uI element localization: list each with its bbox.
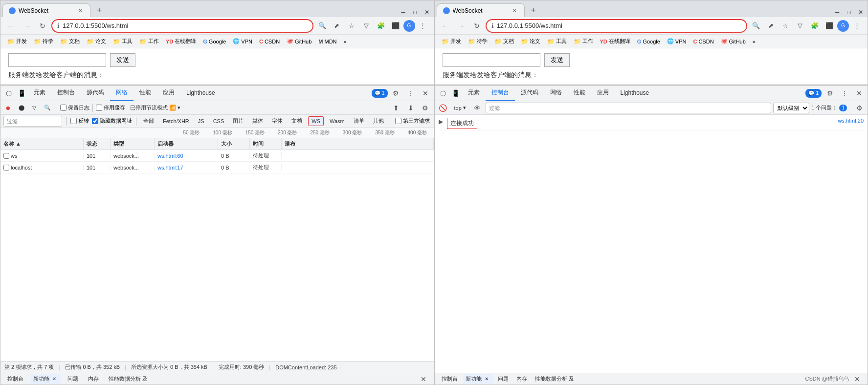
right-send-tab-btn[interactable]: ⬈ [764, 19, 778, 33]
right-search-icon-btn[interactable]: 🔍 [749, 19, 763, 33]
left-type-fetch[interactable]: Fetch/XHR [160, 116, 192, 126]
left-type-wasm[interactable]: Wasm [327, 116, 348, 126]
left-disable-cache-input[interactable] [96, 105, 102, 111]
right-devtools-more-btn[interactable]: ⋮ [838, 87, 851, 100]
left-devtools-tab-application[interactable]: 应用 [157, 86, 180, 101]
left-invert-input[interactable] [70, 118, 77, 124]
right-bottom-perf-tab[interactable]: 性能数据分析 及 [532, 374, 577, 384]
left-send-button[interactable]: 发送 [110, 53, 135, 67]
right-minimize-button[interactable]: ─ [832, 7, 842, 17]
left-refresh-button[interactable]: ↻ [36, 19, 49, 33]
left-invert-check[interactable]: 反转 [70, 117, 89, 125]
right-refresh-button[interactable]: ↻ [470, 19, 484, 33]
right-bookmark-dengdai[interactable]: 📁 待学 [465, 36, 490, 47]
left-password-btn[interactable]: ▽ [359, 19, 373, 33]
right-devtools-tab-network[interactable]: 网络 [544, 86, 568, 101]
left-devtools-tab-network[interactable]: 网络 [110, 86, 134, 101]
left-devtools-tab-sources[interactable]: 源代码 [81, 86, 110, 101]
left-puzzle-btn[interactable]: 🧩 [374, 19, 388, 33]
left-search-btn[interactable]: 🔍 [41, 103, 54, 113]
left-preserve-log-input[interactable] [60, 105, 67, 111]
right-console-filter-input[interactable] [486, 103, 771, 113]
left-bookmark-gongzuo[interactable]: 📁 工作 [136, 36, 162, 47]
left-hide-data-input[interactable] [92, 118, 98, 124]
right-bookmark-btn[interactable]: ☆ [779, 19, 792, 33]
right-new-tab-button[interactable]: + [527, 3, 540, 17]
right-forward-button[interactable]: → [454, 19, 468, 33]
right-back-button[interactable]: ← [439, 19, 452, 33]
left-type-css[interactable]: CSS [210, 116, 227, 126]
left-devtools-settings-btn[interactable]: ⚙ [390, 87, 402, 100]
left-minimize-button[interactable]: ─ [399, 7, 408, 17]
left-active-tab[interactable]: WebSocket ✕ [2, 3, 90, 17]
left-type-font[interactable]: 字体 [269, 116, 286, 126]
right-bookmark-more[interactable]: » [750, 36, 758, 47]
right-bottom-console-tab[interactable]: 控制台 [439, 374, 461, 384]
left-bottom-new-tab[interactable]: 新功能 ✕ [30, 374, 61, 384]
left-type-ws[interactable]: WS [308, 116, 324, 126]
right-profile-btn[interactable]: G [837, 20, 849, 32]
left-type-js[interactable]: JS [195, 116, 207, 126]
right-send-button[interactable]: 发送 [544, 53, 570, 67]
right-bookmark-csdn[interactable]: C CSDN [690, 36, 716, 47]
left-type-all[interactable]: 全部 [140, 116, 157, 126]
right-console-level-select[interactable]: 默认级别 [773, 103, 809, 113]
left-row-ws-checkbox[interactable] [3, 153, 9, 159]
left-more-network-btn[interactable]: ⚙ [419, 102, 432, 114]
right-console-source[interactable]: ws.html:20 [838, 118, 864, 124]
left-bookmark-vpn[interactable]: 🌐 VPN [230, 36, 255, 47]
left-type-media[interactable]: 媒体 [249, 116, 266, 126]
right-bottom-new-close[interactable]: ✕ [483, 376, 490, 383]
right-devtools-close-btn[interactable]: ✕ [853, 87, 866, 100]
left-devtools-tab-lighthouse[interactable]: Lighthouse [180, 86, 221, 101]
left-devtools-more-btn[interactable]: ⋮ [404, 87, 417, 100]
right-more-btn[interactable]: ⋮ [850, 19, 864, 33]
left-send-tab-btn[interactable]: ⬈ [330, 19, 344, 33]
right-devtools-settings-btn[interactable]: ⚙ [823, 87, 836, 100]
left-third-party-check[interactable]: 第三方请求 [395, 117, 430, 125]
left-maximize-button[interactable]: □ [410, 7, 420, 17]
right-bottom-new-tab[interactable]: 新功能 ✕ [463, 374, 493, 384]
right-console-settings-btn[interactable]: ⚙ [853, 102, 866, 114]
right-bookmark-google[interactable]: G Google [634, 36, 663, 47]
right-bookmark-wendang[interactable]: 📁 文档 [491, 36, 517, 47]
left-devtools-tab-console[interactable]: 控制台 [51, 86, 81, 101]
left-filter-input[interactable] [3, 116, 62, 127]
right-active-tab[interactable]: WebSocket ✕ [437, 3, 525, 17]
left-type-other[interactable]: 其他 [370, 116, 387, 126]
left-bookmark-github[interactable]: 🐙 GitHub [284, 36, 314, 47]
left-bottom-perf-tab[interactable]: 性能数据分析 及 [106, 374, 151, 384]
right-bookmark-gongzuo[interactable]: 📁 工作 [571, 36, 596, 47]
left-clear-btn[interactable]: ⬤ [16, 103, 27, 113]
right-console-top-selector[interactable]: top ▾ [451, 103, 469, 113]
left-network-row-localhost[interactable]: localhost 101 websock... ws.html:17 0 B … [0, 162, 434, 173]
right-bottom-memory-tab[interactable]: 内存 [513, 374, 530, 384]
left-more-btn[interactable]: ⋮ [416, 19, 430, 33]
right-address-bar[interactable]: ℹ 127.0.0.1:5500/ws.html [486, 19, 748, 33]
left-profile-btn[interactable]: G [403, 20, 415, 32]
right-tab-close[interactable]: ✕ [511, 7, 518, 15]
right-media-btn[interactable]: ⬛ [823, 19, 836, 33]
right-bookmark-github[interactable]: 🐙 GitHub [718, 36, 749, 47]
left-bookmark-btn[interactable]: ☆ [345, 19, 358, 33]
left-media-btn[interactable]: ⬛ [389, 19, 402, 33]
left-bookmark-wendang[interactable]: 📁 文档 [57, 36, 83, 47]
left-network-row-ws[interactable]: ws 101 websock... ws.html:60 0 B 待处理 [0, 150, 434, 162]
left-record-btn[interactable]: ⏺ [2, 103, 14, 113]
left-bookmark-fanyi[interactable]: YD 在线翻译 [163, 36, 199, 47]
left-bottom-new-close[interactable]: ✕ [51, 376, 58, 383]
left-import-btn[interactable]: ⬆ [390, 102, 402, 114]
left-bookmark-kaifa[interactable]: 📁 开发 [4, 36, 30, 47]
left-row-localhost-checkbox[interactable] [3, 165, 9, 171]
right-devtools-tab-elements[interactable]: 元素 [462, 86, 486, 101]
right-bottom-issues-tab[interactable]: 问题 [495, 374, 512, 384]
right-devtools-tab-lighthouse[interactable]: Lighthouse [615, 86, 655, 101]
right-bookmark-gongju[interactable]: 📁 工具 [544, 36, 570, 47]
left-search-icon-btn[interactable]: 🔍 [315, 19, 329, 33]
left-bookmark-mdn[interactable]: M MDN [315, 36, 339, 47]
left-bottom-issues-tab[interactable]: 问题 [65, 374, 81, 384]
left-message-input[interactable] [8, 53, 106, 67]
left-bookmark-lunwen[interactable]: 📁 论文 [84, 36, 109, 47]
left-type-doc[interactable]: 文档 [289, 116, 305, 126]
right-devtools-inspect-btn[interactable]: ⬡ [437, 87, 449, 100]
